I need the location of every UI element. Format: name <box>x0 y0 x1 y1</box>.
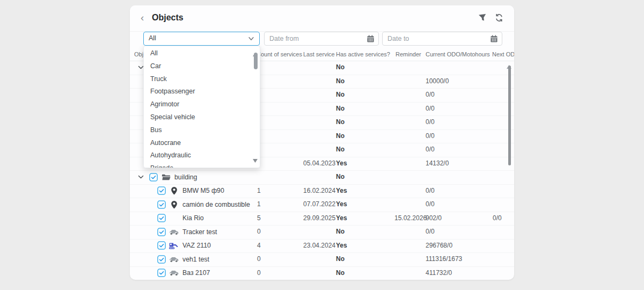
table-row[interactable]: VAZ 2110423.04.2024Yes296768/0 <box>130 239 514 253</box>
chevron-down-icon <box>247 35 255 45</box>
row-checkbox[interactable] <box>157 214 166 222</box>
dropdown-option[interactable]: Autohydraulic <box>144 149 260 162</box>
has-active-cell: Yes <box>336 212 347 226</box>
has-active-cell: No <box>336 102 345 116</box>
row-checkbox[interactable] <box>157 241 166 250</box>
row-checkbox[interactable] <box>157 255 166 264</box>
object-type-dropdown: AllCarTruckFootpassengerAgrimotorSpecial… <box>143 46 260 168</box>
table-row[interactable]: Kia Rio529.09.2025Yes15.02.2026902/00/0 <box>130 212 514 226</box>
page-title: Objects <box>152 13 184 23</box>
object-name: VAZ 2110 <box>182 242 211 249</box>
select-value: All <box>149 32 156 45</box>
has-active-cell: No <box>336 143 345 157</box>
has-active-cell: No <box>336 170 345 184</box>
has-active-cell: No <box>336 61 345 75</box>
row-checkbox[interactable] <box>157 269 166 277</box>
current-odo-cell: 111316/1673 <box>426 252 462 266</box>
column-header: Current ODO/Motohours <box>426 48 490 61</box>
last-service-cell: 16.02.2024 <box>303 184 335 198</box>
table-row[interactable]: camión de combustible107.07.2022Yes0/0 <box>130 198 514 212</box>
current-odo-cell: 14132/0 <box>426 157 449 171</box>
car-icon <box>169 229 179 235</box>
column-header: Has active services? <box>336 48 390 61</box>
dropdown-option[interactable]: Footpassenger <box>144 85 260 98</box>
current-odo-cell: 296768/0 <box>426 239 452 253</box>
current-odo-cell: 0/0 <box>426 102 435 116</box>
has-active-cell: No <box>336 88 345 102</box>
row-checkbox[interactable] <box>149 173 158 182</box>
object-cell: Kia Rio <box>130 212 204 226</box>
count-cell: 1 <box>257 184 261 198</box>
current-odo-cell: 902/0 <box>426 212 442 226</box>
count-cell: 5 <box>257 212 261 226</box>
excavator-icon <box>169 242 179 250</box>
pin-icon <box>169 186 179 195</box>
object-cell: camión de combustible <box>130 198 250 212</box>
object-name: Ваз 2107 <box>182 269 210 277</box>
has-active-cell: No <box>336 75 345 89</box>
object-name: Kia Rio <box>182 214 204 222</box>
refresh-icon[interactable] <box>495 13 503 22</box>
reminder-cell: 15.02.2026 <box>394 212 427 226</box>
filter-icon[interactable] <box>478 13 487 22</box>
dropdown-scroll-down-icon[interactable] <box>253 155 258 165</box>
current-odo-cell: 0/0 <box>426 129 435 143</box>
object-cell: Tracker test <box>130 225 217 239</box>
calendar-icon[interactable] <box>490 35 498 43</box>
date-to-field <box>382 32 502 46</box>
column-header: Count of services <box>257 48 302 61</box>
count-cell: 4 <box>257 239 261 253</box>
object-type-select[interactable]: All <box>143 32 260 46</box>
last-service-cell: 05.04.2023 <box>303 157 335 171</box>
object-name: building <box>174 173 197 181</box>
table-scrollbar[interactable] <box>508 66 511 165</box>
object-name: camión de combustible <box>182 201 250 208</box>
dropdown-option[interactable]: All <box>144 47 260 60</box>
dropdown-option[interactable]: Special vehicle <box>144 111 260 124</box>
object-name: Tracker test <box>182 228 217 236</box>
back-button[interactable]: ‹ <box>141 12 144 23</box>
dropdown-scrollbar[interactable] <box>254 53 258 69</box>
next-odo-cell: 0/0 <box>493 212 502 226</box>
table-row[interactable]: veh1 test0No111316/1673 <box>130 252 514 267</box>
dropdown-option[interactable]: Bus <box>144 124 260 137</box>
page: ‹ Objects All <box>0 0 644 290</box>
row-expand-chevron-icon[interactable] <box>137 173 144 180</box>
current-odo-cell: 0/0 <box>426 184 435 198</box>
dropdown-option[interactable]: Brigade <box>144 162 260 168</box>
column-header: Reminder <box>396 48 421 61</box>
table-row[interactable]: Ваз 21070No411732/0 <box>130 266 514 280</box>
calendar-icon[interactable] <box>367 35 375 43</box>
has-active-cell: Yes <box>336 198 347 212</box>
date-from-input[interactable] <box>265 32 365 45</box>
dropdown-option[interactable]: Autocrane <box>144 137 260 150</box>
table-row[interactable]: Tracker test0No0/0 <box>130 225 514 240</box>
row-checkbox[interactable] <box>157 186 166 195</box>
has-active-cell: Yes <box>336 184 347 198</box>
object-cell: building <box>130 170 197 184</box>
object-cell: veh1 test <box>130 252 209 266</box>
count-cell: 0 <box>257 252 261 266</box>
object-name: BMW M5 ф90 <box>182 187 224 194</box>
row-checkbox[interactable] <box>157 228 166 236</box>
dropdown-option[interactable]: Car <box>144 60 260 73</box>
panel-header: ‹ Objects <box>130 5 514 32</box>
count-cell: 1 <box>257 198 261 212</box>
dropdown-option[interactable]: Truck <box>144 73 260 86</box>
has-active-cell: Yes <box>336 157 347 171</box>
object-name: veh1 test <box>182 256 209 263</box>
table-row[interactable]: buildingNo <box>130 170 514 185</box>
has-active-cell: No <box>336 252 345 266</box>
date-from-field <box>264 32 379 46</box>
last-service-cell: 23.04.2024 <box>303 239 335 253</box>
dropdown-option[interactable]: Agrimotor <box>144 98 260 111</box>
table-row[interactable]: BMW M5 ф90116.02.2024Yes0/0 <box>130 184 514 199</box>
row-checkbox[interactable] <box>157 200 166 209</box>
has-active-cell: No <box>336 266 345 280</box>
current-odo-cell: 411732/0 <box>426 266 452 280</box>
last-service-cell: 07.07.2022 <box>303 198 335 212</box>
car-icon <box>169 270 179 276</box>
current-odo-cell: 0/0 <box>426 88 435 102</box>
current-odo-cell: 0/0 <box>426 115 435 129</box>
date-to-input[interactable] <box>383 32 488 45</box>
